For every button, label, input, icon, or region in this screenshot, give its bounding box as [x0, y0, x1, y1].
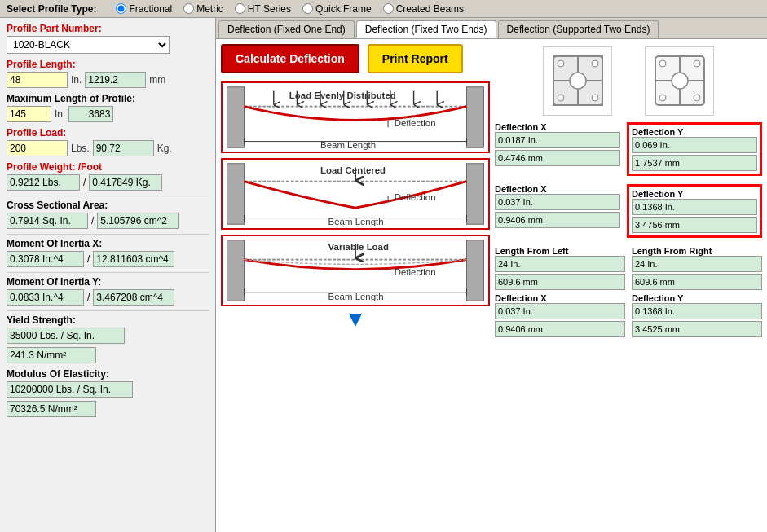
- defl-x1-mm[interactable]: 0.4746 mm: [495, 150, 620, 166]
- profile-svg-2: [651, 52, 708, 109]
- lfr-in[interactable]: 24 In.: [632, 256, 762, 272]
- cross-section-cm2: 5.105796 cm^2: [97, 213, 179, 229]
- results-row3: Length From Left 24 In. 609.6 mm Length …: [495, 246, 762, 337]
- deflection-x-row1: Deflection X 0.0187 In. 0.4746 mm: [495, 122, 620, 176]
- svg-text:Load Centered: Load Centered: [320, 165, 386, 175]
- svg-text:Beam Length: Beam Length: [320, 140, 376, 150]
- tab-fixed-two-ends[interactable]: Deflection (Fixed Two Ends): [356, 20, 496, 38]
- defl-x2-mm[interactable]: 0.9406 mm: [495, 212, 620, 228]
- svg-text:Deflection: Deflection: [395, 267, 436, 277]
- profile-image-2: [645, 46, 714, 116]
- defl-y2-label: Deflection Y: [632, 189, 757, 199]
- profile-length-unit2: mm: [149, 74, 165, 86]
- tab-fixed-one-end[interactable]: Deflection (Fixed One End): [218, 20, 355, 38]
- svg-rect-30: [227, 240, 245, 301]
- slash2: /: [91, 215, 94, 226]
- profile-weight-lbs: 0.9212 Lbs.: [7, 174, 80, 191]
- defl-y2-in[interactable]: 0.1368 In.: [632, 199, 757, 215]
- svg-text:Deflection: Deflection: [395, 118, 436, 128]
- deflection-y-row1-highlight: Deflection Y 0.069 In. 1.7537 mm: [627, 122, 762, 176]
- defl-x3-label: Deflection X: [495, 293, 625, 303]
- radio-ht-series[interactable]: HT Series: [235, 3, 291, 15]
- svg-point-43: [558, 60, 564, 67]
- yield-strength-label: Yield Strength:: [7, 314, 209, 326]
- radio-fractional[interactable]: Fractional: [116, 3, 172, 15]
- lfl-label: Length From Left: [495, 246, 625, 256]
- radio-ht-label: HT Series: [248, 3, 291, 15]
- profile-part-number-label: Profile Part Number:: [7, 23, 209, 34]
- profile-part-number-select[interactable]: 1020-BLACK: [7, 36, 170, 54]
- defl-y1-in[interactable]: 0.069 In.: [632, 137, 757, 153]
- scroll-indicator: [221, 311, 490, 329]
- moment-y-in4: 0.0833 In.^4: [7, 289, 84, 306]
- profile-length-mm[interactable]: 1219.2: [85, 72, 146, 88]
- svg-rect-2: [467, 87, 484, 147]
- profile-weight-label: Profile Weight: /Foot: [7, 161, 209, 173]
- slash4: /: [87, 292, 90, 303]
- profile-load-unit1: Lbs.: [71, 143, 90, 154]
- results-col: Deflection X 0.0187 In. 0.4746 mm Deflec…: [495, 44, 762, 527]
- defl-x1-in[interactable]: 0.0187 In.: [495, 132, 620, 148]
- buttons-row: Calculate Deflection Print Report: [221, 44, 490, 73]
- svg-point-54: [694, 60, 700, 67]
- svg-point-44: [592, 60, 598, 67]
- lfl-mm[interactable]: 609.6 mm: [495, 274, 625, 290]
- lfl-in[interactable]: 24 In.: [495, 256, 625, 272]
- yield-strength-lbs: 35000 Lbs. / Sq. In.: [7, 328, 125, 344]
- deflection-x-row2: Deflection X 0.037 In. 0.9406 mm: [495, 184, 620, 238]
- defl-y1-mm[interactable]: 1.7537 mm: [632, 155, 757, 171]
- radio-created-beams[interactable]: Created Beams: [383, 3, 464, 15]
- defl-y2-mm[interactable]: 3.4756 mm: [632, 217, 757, 233]
- left-panel: Profile Part Number: 1020-BLACK Profile …: [0, 18, 216, 532]
- defl-x3-mm[interactable]: 0.9406 mm: [495, 321, 625, 337]
- slash3: /: [87, 253, 90, 265]
- svg-rect-31: [467, 240, 484, 301]
- defl-y3-mm[interactable]: 3.4525 mm: [632, 321, 762, 337]
- top-bar: Select Profile Type: Fractional Metric H…: [0, 0, 767, 18]
- profile-load-unit2: Kg.: [157, 143, 172, 154]
- svg-point-55: [659, 95, 666, 101]
- length-from-left: Length From Left 24 In. 609.6 mm: [495, 246, 625, 290]
- radio-created-label: Created Beams: [396, 3, 464, 15]
- svg-point-45: [558, 95, 564, 101]
- svg-point-42: [570, 73, 586, 89]
- defl-y3-in[interactable]: 0.1368 In.: [632, 303, 762, 319]
- max-length-mm[interactable]: 3683: [68, 106, 113, 122]
- diagram-evenly-svg: Deflection Beam Length Load Evenly Distr…: [223, 83, 488, 152]
- profile-svg-1: [549, 52, 606, 109]
- max-length-in[interactable]: 145: [7, 106, 51, 122]
- moment-y-label: Moment Of Inertia Y:: [7, 276, 209, 288]
- max-length-label: Maximum Length of Profile:: [7, 93, 209, 104]
- radio-quick-label: Quick Frame: [315, 3, 372, 15]
- defl-y3-label: Deflection Y: [632, 293, 762, 303]
- right-panel: Deflection (Fixed One End) Deflection (F…: [216, 18, 767, 532]
- diagram-evenly-distributed: Deflection Beam Length Load Evenly Distr…: [221, 81, 490, 153]
- defl-x3-in[interactable]: 0.037 In.: [495, 303, 625, 319]
- profile-load-lbs[interactable]: 200: [7, 140, 68, 156]
- profile-load-kg[interactable]: 90.72: [93, 140, 154, 156]
- radio-metric-label: Metric: [196, 3, 223, 15]
- print-report-button[interactable]: Print Report: [368, 44, 463, 73]
- tab-supported-two-ends[interactable]: Deflection (Supported Two Ends): [498, 20, 659, 38]
- profile-length-in[interactable]: 48: [7, 72, 68, 88]
- svg-point-52: [672, 73, 688, 89]
- radio-quick-frame[interactable]: Quick Frame: [302, 3, 372, 15]
- svg-point-46: [592, 95, 598, 101]
- defl-x2-in[interactable]: 0.037 In.: [495, 194, 620, 210]
- radio-fractional-label: Fractional: [129, 3, 172, 15]
- deflection-y-row2-highlight: Deflection Y 0.1368 In. 3.4756 mm: [627, 184, 762, 238]
- select-profile-label: Select Profile Type:: [7, 3, 96, 15]
- profile-load-label: Profile Load:: [7, 127, 209, 138]
- max-length-unit: In.: [55, 108, 65, 120]
- content-area: Calculate Deflection Print Report: [216, 39, 767, 532]
- lfr-mm[interactable]: 609.6 mm: [632, 274, 762, 290]
- results-row2: Deflection X 0.037 In. 0.9406 mm Deflect…: [495, 184, 762, 238]
- cross-section-label: Cross Sectional Area:: [7, 200, 209, 211]
- scroll-down-icon: [349, 314, 362, 327]
- defl-x1-label: Deflection X: [495, 122, 620, 132]
- calculate-deflection-button[interactable]: Calculate Deflection: [221, 44, 359, 73]
- svg-rect-0: [227, 87, 245, 147]
- slash1: /: [83, 177, 86, 188]
- radio-metric[interactable]: Metric: [183, 3, 223, 15]
- defl-x2-label: Deflection X: [495, 184, 620, 194]
